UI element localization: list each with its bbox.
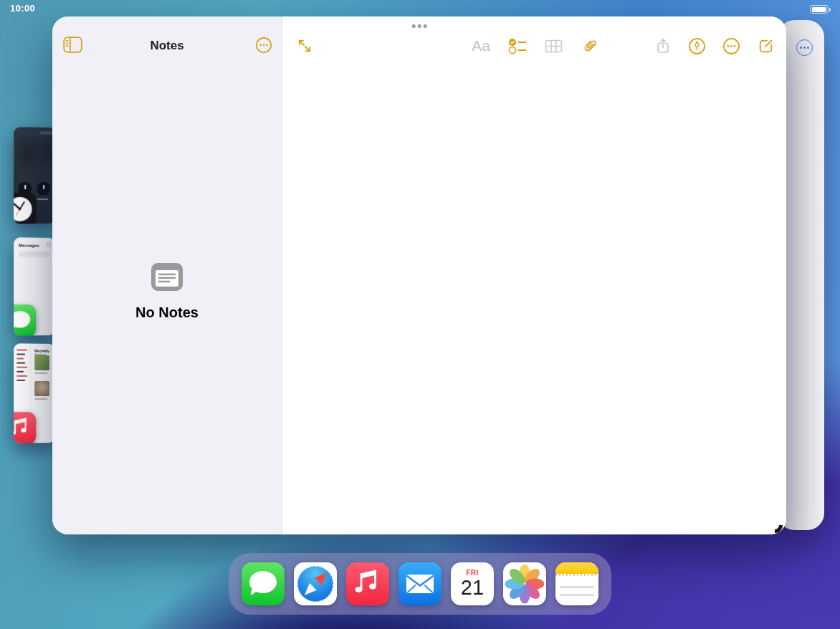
mini-clock-face bbox=[37, 182, 50, 196]
clock-caption-line bbox=[37, 198, 48, 200]
album-caption bbox=[34, 398, 47, 400]
window-handle[interactable] bbox=[409, 21, 430, 31]
speech-bubble-icon bbox=[249, 571, 277, 593]
window-resize-handle[interactable] bbox=[763, 514, 786, 536]
dock-safari-icon[interactable] bbox=[294, 562, 337, 605]
empty-state-title: No Notes bbox=[52, 304, 282, 321]
editor-toolbar: Aa bbox=[282, 37, 786, 55]
dock-messages-icon[interactable] bbox=[242, 562, 285, 605]
dock-music-icon[interactable] bbox=[346, 562, 389, 605]
music-note-icon bbox=[346, 562, 389, 605]
notes-window: Notes No Notes bbox=[52, 16, 786, 534]
clock-thumb-tab bbox=[39, 131, 52, 135]
notes-icon-line bbox=[560, 586, 594, 588]
stage-thumbnail-messages[interactable]: Messages bbox=[14, 237, 55, 335]
messages-thumb-title: Messages bbox=[19, 243, 39, 247]
stage-thumbnail-clock[interactable] bbox=[14, 127, 55, 224]
empty-state: No Notes bbox=[52, 262, 282, 321]
table-button[interactable] bbox=[545, 38, 563, 54]
photos-flower-icon bbox=[503, 562, 546, 605]
calendar-day: 21 bbox=[451, 576, 494, 600]
album-caption bbox=[34, 373, 47, 374]
dock-calendar-icon[interactable]: FRI 21 bbox=[451, 562, 494, 605]
share-button[interactable] bbox=[654, 37, 672, 54]
attachment-button[interactable] bbox=[581, 37, 599, 55]
notes-icon-header bbox=[555, 562, 598, 574]
dock-notes-icon[interactable] bbox=[555, 562, 598, 605]
album-art bbox=[34, 381, 49, 396]
sidebar-title: Notes bbox=[52, 39, 282, 53]
notes-icon-perforation bbox=[555, 574, 598, 576]
dock-photos-icon[interactable] bbox=[503, 562, 546, 605]
markup-button[interactable] bbox=[688, 37, 706, 55]
speech-bubble-icon bbox=[14, 311, 30, 328]
dock: FRI 21 bbox=[229, 553, 611, 615]
envelope-icon bbox=[398, 562, 442, 605]
expand-window-button[interactable] bbox=[296, 37, 313, 54]
checklist-button[interactable] bbox=[508, 38, 527, 54]
album-art bbox=[34, 355, 49, 370]
world-map-graphic bbox=[16, 135, 55, 176]
clock-app-icon[interactable] bbox=[14, 193, 36, 224]
background-window-more-button[interactable] bbox=[796, 39, 813, 56]
status-bar-time: 10:00 bbox=[10, 3, 35, 14]
compose-note-button[interactable] bbox=[757, 37, 775, 55]
more-button[interactable] bbox=[722, 37, 740, 55]
compose-icon bbox=[47, 243, 51, 247]
music-app-icon[interactable] bbox=[14, 412, 36, 443]
dock-mail-icon[interactable] bbox=[398, 562, 442, 605]
notes-icon-line bbox=[560, 594, 594, 596]
notes-sidebar: Notes No Notes bbox=[52, 16, 282, 534]
note-placeholder-icon bbox=[151, 262, 183, 292]
stage-thumbnail-music[interactable]: Recently Added bbox=[14, 343, 55, 443]
sidebar-more-button[interactable] bbox=[255, 37, 272, 54]
note-editor-pane[interactable]: Aa bbox=[282, 16, 786, 534]
messages-app-icon[interactable] bbox=[14, 304, 36, 336]
ipad-home-stage: { "status_bar": { "time": "10:00", "batt… bbox=[0, 0, 840, 629]
text-format-button[interactable]: Aa bbox=[472, 37, 490, 54]
sidebar-header: Notes bbox=[52, 37, 282, 55]
battery-icon bbox=[810, 5, 829, 14]
search-pill bbox=[19, 251, 50, 257]
